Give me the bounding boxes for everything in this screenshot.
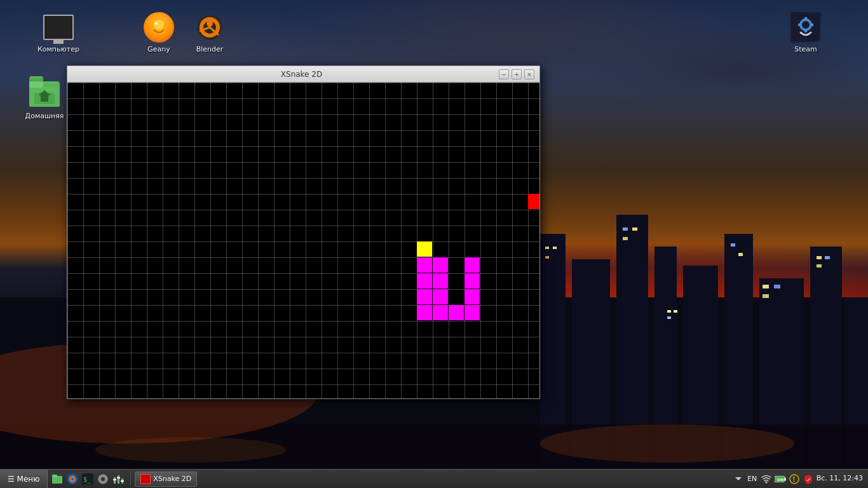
svg-rect-16: [623, 237, 628, 240]
svg-rect-27: [674, 310, 677, 313]
svg-point-58: [71, 478, 74, 480]
window-title: XSnake 2D: [104, 70, 499, 79]
geany-label: Geany: [147, 45, 170, 54]
svg-point-23: [540, 424, 794, 463]
svg-rect-50: [804, 17, 807, 20]
svg-rect-68: [121, 480, 124, 482]
svg-marker-69: [735, 477, 742, 480]
snake-segment: [465, 257, 480, 273]
window-controls: − + ×: [499, 69, 534, 79]
svg-rect-30: [825, 256, 830, 259]
game-canvas: [67, 83, 539, 398]
red-item: [528, 194, 539, 209]
taskbar-mixer-icon[interactable]: [111, 472, 125, 486]
taskbar-menu-button[interactable]: ☰ Меню: [0, 470, 48, 489]
svg-rect-64: [118, 475, 119, 484]
svg-rect-12: [553, 247, 557, 249]
tray-expand-icon[interactable]: [733, 473, 744, 485]
svg-text:!: !: [792, 476, 796, 483]
xsnake-taskbar-icon: [140, 474, 151, 484]
xsnake-window: XSnake 2D − + ×: [67, 65, 540, 399]
svg-rect-43: [29, 81, 43, 88]
desktop-icon-home[interactable]: Домашняя: [19, 76, 70, 123]
taskbar-menu-label: ☰ Меню: [8, 475, 39, 484]
svg-point-70: [765, 481, 767, 483]
svg-rect-53: [811, 24, 813, 26]
svg-rect-31: [817, 264, 822, 268]
taskbar-firefox-icon[interactable]: [65, 472, 79, 486]
svg-point-33: [154, 20, 164, 30]
steam-label: Steam: [794, 45, 817, 54]
snake-segment: [417, 289, 432, 304]
tray-wifi-icon[interactable]: [761, 473, 772, 485]
taskbar-separator-1: [130, 473, 131, 485]
svg-rect-46: [41, 95, 48, 102]
desktop-icon-blender[interactable]: Blender: [184, 10, 235, 57]
window-maximize-button[interactable]: +: [512, 69, 522, 79]
svg-rect-66: [113, 479, 116, 480]
window-close-button[interactable]: ×: [524, 69, 534, 79]
computer-icon: [43, 12, 74, 43]
tray-keyboard-icon[interactable]: EN: [747, 473, 758, 485]
keyboard-layout-text: EN: [747, 475, 757, 483]
window-titlebar: XSnake 2D − + ×: [67, 66, 539, 83]
snake-segment: [465, 289, 480, 304]
snake-segment: [433, 305, 448, 320]
computer-label: Компьютер: [37, 45, 79, 54]
svg-rect-67: [117, 477, 120, 478]
taskbar-apps: $_: [48, 470, 128, 488]
taskbar-tray: EN 100% !: [728, 470, 868, 488]
svg-rect-51: [804, 30, 807, 32]
svg-rect-29: [817, 256, 822, 259]
svg-rect-21: [763, 294, 769, 298]
snake-segment: [433, 289, 448, 304]
svg-text:$_: $_: [83, 476, 92, 484]
home-label: Домашняя: [25, 112, 64, 121]
snake-segment: [465, 305, 480, 320]
taskbar-settings-icon[interactable]: [96, 472, 110, 486]
svg-rect-15: [632, 227, 637, 231]
svg-rect-13: [545, 256, 549, 259]
home-folder-icon: [29, 79, 60, 109]
blender-app-icon: [194, 12, 225, 43]
tray-update-icon[interactable]: !: [789, 473, 800, 485]
snake-segment: [465, 273, 480, 288]
svg-point-62: [101, 477, 105, 481]
grid-lines: [67, 83, 539, 398]
svg-rect-52: [798, 24, 801, 26]
taskbar-clock: Вс. 11, 12:43: [817, 474, 863, 483]
desktop-icon-steam[interactable]: Steam: [780, 10, 831, 57]
svg-rect-20: [774, 285, 780, 288]
blender-label: Blender: [196, 45, 224, 54]
snake-segment: [433, 257, 448, 273]
svg-text:✓: ✓: [806, 477, 811, 483]
window-minimize-button[interactable]: −: [499, 69, 509, 79]
svg-rect-26: [667, 310, 671, 313]
svg-point-49: [802, 21, 810, 29]
snake-segment: [417, 305, 432, 320]
svg-rect-14: [623, 227, 628, 231]
snake-segment: [417, 257, 432, 273]
svg-text:100%: 100%: [776, 477, 785, 481]
svg-rect-19: [763, 285, 769, 288]
desktop-icon-computer[interactable]: Компьютер: [33, 10, 84, 57]
taskbar-filemanager-icon[interactable]: [50, 472, 64, 486]
taskbar-xsnake-button[interactable]: XSnake 2D: [135, 471, 197, 487]
taskbar-terminal-icon[interactable]: $_: [81, 472, 95, 486]
svg-rect-18: [738, 253, 743, 256]
tray-security-icon[interactable]: ✓: [803, 473, 814, 485]
taskbar-window-label: XSnake 2D: [153, 475, 191, 483]
svg-rect-55: [52, 475, 57, 477]
geany-app-icon: [144, 12, 174, 43]
snake-segment: [433, 273, 448, 288]
taskbar: ☰ Меню $_: [0, 469, 868, 488]
snake-segment: [449, 305, 464, 320]
tray-battery-icon[interactable]: 100%: [775, 473, 786, 485]
steam-app-icon: [790, 12, 821, 43]
svg-rect-28: [667, 316, 671, 319]
food-item: [417, 241, 432, 257]
svg-rect-17: [731, 243, 735, 247]
svg-point-34: [154, 22, 158, 25]
desktop-icon-geany[interactable]: Geany: [133, 10, 184, 57]
snake-segment: [417, 273, 432, 288]
